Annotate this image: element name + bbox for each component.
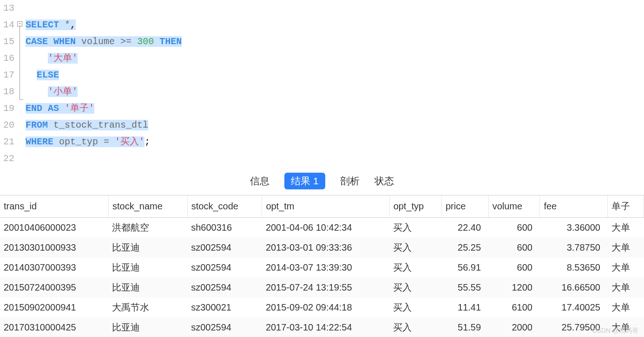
- table-body: 20010406000023洪都航空sh6003162001-04-06 10:…: [0, 218, 644, 337]
- table-cell[interactable]: 20140307000393: [0, 258, 108, 278]
- table-cell[interactable]: 大单: [608, 278, 644, 298]
- table-cell[interactable]: 1200: [488, 278, 540, 298]
- table-cell[interactable]: 20130301000933: [0, 238, 108, 258]
- table-cell[interactable]: 20010406000023: [0, 218, 108, 238]
- column-header[interactable]: price: [441, 195, 488, 218]
- table-header-row: trans_idstock_namestock_codeopt_tmopt_ty…: [0, 195, 644, 218]
- column-header[interactable]: stock_name: [108, 195, 187, 218]
- table-cell[interactable]: 600: [488, 218, 540, 238]
- table-cell[interactable]: 25.25: [441, 238, 488, 258]
- table-cell[interactable]: sz002594: [187, 238, 262, 258]
- column-header[interactable]: opt_tm: [262, 195, 389, 218]
- table-cell[interactable]: 17.40025: [540, 298, 608, 318]
- table-cell[interactable]: 2017-03-10 14:22:54: [262, 318, 389, 337]
- table-cell[interactable]: 22.40: [441, 218, 488, 238]
- result-grid[interactable]: trans_idstock_namestock_codeopt_tmopt_ty…: [0, 195, 644, 337]
- table-cell[interactable]: 3.36000: [540, 218, 608, 238]
- table-cell[interactable]: 大禹节水: [108, 298, 187, 318]
- code-area[interactable]: SELECT *,CASE WHEN volume >= 300 THEN '大…: [26, 0, 182, 167]
- table-cell[interactable]: 6100: [488, 298, 540, 318]
- table-cell[interactable]: 比亚迪: [108, 318, 187, 337]
- table-cell[interactable]: 600: [488, 258, 540, 278]
- table-cell[interactable]: 比亚迪: [108, 238, 187, 258]
- table-cell[interactable]: sz300021: [187, 298, 262, 318]
- result-tabs: 信息 结果 1 剖析 状态: [0, 167, 644, 195]
- table-cell[interactable]: 11.41: [441, 298, 488, 318]
- table-cell[interactable]: 3.78750: [540, 238, 608, 258]
- tab-result[interactable]: 结果 1: [284, 173, 325, 189]
- table-cell[interactable]: 20170310000425: [0, 318, 108, 337]
- table-cell[interactable]: 2015-07-24 13:19:55: [262, 278, 389, 298]
- table-cell[interactable]: 大单: [608, 258, 644, 278]
- sql-editor[interactable]: 13141516171819202122 − SELECT *,CASE WHE…: [0, 0, 644, 167]
- table-cell[interactable]: 16.66500: [540, 278, 608, 298]
- tab-profile[interactable]: 剖析: [340, 175, 360, 188]
- table-row[interactable]: 20130301000933比亚迪sz0025942013-03-01 09:3…: [0, 238, 644, 258]
- table-cell[interactable]: 2000: [488, 318, 540, 337]
- table-cell[interactable]: 比亚迪: [108, 278, 187, 298]
- table-row[interactable]: 20010406000023洪都航空sh6003162001-04-06 10:…: [0, 218, 644, 238]
- table-cell[interactable]: sz002594: [187, 278, 262, 298]
- table-cell[interactable]: 20150902000941: [0, 298, 108, 318]
- table-cell[interactable]: 买入: [389, 218, 441, 238]
- table-cell[interactable]: 20150724000395: [0, 278, 108, 298]
- table-cell[interactable]: 55.55: [441, 278, 488, 298]
- table-cell[interactable]: 买入: [389, 318, 441, 337]
- fold-column: −: [16, 0, 26, 167]
- table-cell[interactable]: sh600316: [187, 218, 262, 238]
- table-cell[interactable]: 56.91: [441, 258, 488, 278]
- watermark: CSDN @黑码哥: [592, 327, 638, 335]
- column-header[interactable]: stock_code: [187, 195, 262, 218]
- table-cell[interactable]: 比亚迪: [108, 258, 187, 278]
- tab-status[interactable]: 状态: [375, 175, 394, 188]
- line-number-gutter: 13141516171819202122: [0, 0, 16, 167]
- column-header[interactable]: fee: [540, 195, 608, 218]
- table-cell[interactable]: 8.53650: [540, 258, 608, 278]
- table-cell[interactable]: 600: [488, 238, 540, 258]
- table-cell[interactable]: 2001-04-06 10:42:34: [262, 218, 389, 238]
- table-cell[interactable]: 大单: [608, 238, 644, 258]
- table-cell[interactable]: 买入: [389, 298, 441, 318]
- table-cell[interactable]: sz002594: [187, 318, 262, 337]
- tab-info[interactable]: 信息: [250, 175, 269, 188]
- column-header[interactable]: 单子: [608, 195, 644, 218]
- table-row[interactable]: 20170310000425比亚迪sz0025942017-03-10 14:2…: [0, 318, 644, 337]
- table-cell[interactable]: 买入: [389, 238, 441, 258]
- result-grid-container: trans_idstock_namestock_codeopt_tmopt_ty…: [0, 195, 644, 337]
- table-cell[interactable]: 大单: [608, 298, 644, 318]
- table-cell[interactable]: 买入: [389, 278, 441, 298]
- table-cell[interactable]: 2013-03-01 09:33:36: [262, 238, 389, 258]
- table-row[interactable]: 20140307000393比亚迪sz0025942014-03-07 13:3…: [0, 258, 644, 278]
- column-header[interactable]: trans_id: [0, 195, 108, 218]
- table-cell[interactable]: 洪都航空: [108, 218, 187, 238]
- table-cell[interactable]: 2014-03-07 13:39:30: [262, 258, 389, 278]
- table-cell[interactable]: 51.59: [441, 318, 488, 337]
- table-cell[interactable]: 大单: [608, 218, 644, 238]
- table-cell[interactable]: 买入: [389, 258, 441, 278]
- column-header[interactable]: volume: [488, 195, 540, 218]
- table-cell[interactable]: sz002594: [187, 258, 262, 278]
- table-row[interactable]: 20150902000941大禹节水sz3000212015-09-02 09:…: [0, 298, 644, 318]
- table-row[interactable]: 20150724000395比亚迪sz0025942015-07-24 13:1…: [0, 278, 644, 298]
- table-cell[interactable]: 2015-09-02 09:44:18: [262, 298, 389, 318]
- column-header[interactable]: opt_typ: [389, 195, 441, 218]
